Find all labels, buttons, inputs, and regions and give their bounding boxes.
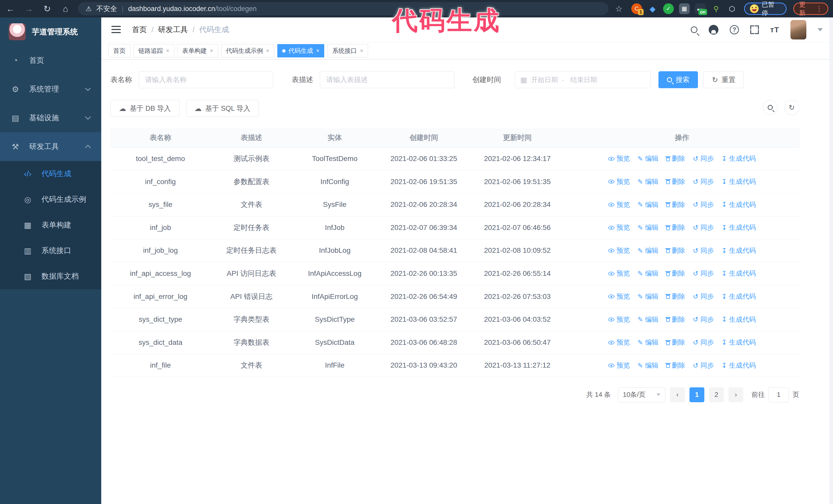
sidebar-item-infrastructure[interactable]: ▤基础设施 [0,103,101,132]
edit-link[interactable]: ✎编辑 [638,154,659,164]
table-name-input[interactable] [139,71,273,88]
search-button[interactable]: 搜索 [659,71,698,88]
breadcrumb-section[interactable]: 研发工具 [158,25,188,35]
sidebar-subitem-codegen[interactable]: ‹/›代码生成 [0,161,101,187]
page-button-1[interactable]: 1 [689,387,704,402]
generate-code-link[interactable]: ↧生成代码 [721,223,756,233]
browser-forward-button[interactable]: → [23,3,35,15]
edit-link[interactable]: ✎编辑 [638,246,659,256]
browser-home-button[interactable]: ⌂ [60,3,72,15]
delete-link[interactable]: 删除 [666,200,685,210]
prev-page-button[interactable]: ‹ [670,387,685,402]
profile-paused-badge[interactable]: 已暂停 [744,3,787,15]
toggle-search-button[interactable] [763,100,778,115]
generate-code-link[interactable]: ↧生成代码 [721,315,756,325]
font-size-button[interactable]: ᴛT [770,25,779,34]
extension-icon-grid[interactable]: ▦ [679,3,690,14]
sync-link[interactable]: ↺同步 [693,200,714,210]
breadcrumb-home[interactable]: 首页 [132,25,147,35]
sidebar-subitem-codegen-example[interactable]: ◎代码生成示例 [0,187,101,212]
generate-code-link[interactable]: ↧生成代码 [721,246,756,256]
close-tab-icon[interactable]: × [360,47,363,54]
delete-link[interactable]: 删除 [666,177,685,187]
user-avatar[interactable] [790,20,806,40]
delete-link[interactable]: 删除 [666,246,685,256]
preview-link[interactable]: 预览 [608,223,630,233]
generate-code-link[interactable]: ↧生成代码 [721,338,756,347]
edit-link[interactable]: ✎编辑 [638,269,659,279]
browser-update-button[interactable]: 更新 ⋮ [793,3,828,15]
sync-link[interactable]: ↺同步 [693,223,714,233]
edit-link[interactable]: ✎编辑 [638,315,659,325]
tab-system-api[interactable]: 系统接口× [327,44,368,57]
table-desc-input[interactable] [320,71,454,88]
sidebar-item-home[interactable]: ◔首页 [0,46,101,75]
close-tab-icon[interactable]: × [210,47,213,54]
edit-link[interactable]: ✎编辑 [638,200,659,210]
sync-link[interactable]: ↺同步 [693,361,714,370]
close-tab-icon[interactable]: × [266,47,269,54]
fullscreen-button[interactable] [750,25,759,34]
edit-link[interactable]: ✎编辑 [638,292,659,302]
browser-address-bar[interactable]: ⚠ 不安全 | dashboard.yudao.iocoder.cn/tool/… [78,2,609,16]
delete-link[interactable]: 删除 [666,315,685,325]
sync-link[interactable]: ↺同步 [693,246,714,256]
delete-link[interactable]: 删除 [666,223,685,233]
scrollbar-track[interactable] [829,18,833,504]
page-button-2[interactable]: 2 [709,387,724,402]
delete-link[interactable]: 删除 [666,361,685,370]
extension-icon-green-check[interactable]: ✓ [663,3,674,14]
sync-link[interactable]: ↺同步 [693,338,714,347]
generate-code-link[interactable]: ↧生成代码 [721,292,756,302]
close-tab-icon[interactable]: × [316,47,319,54]
avatar-caret-icon[interactable] [818,28,823,31]
extension-icon-plugin[interactable]: ⚲ [711,3,721,14]
reset-button[interactable]: ↻ 重置 [704,71,744,88]
refresh-table-button[interactable]: ↻ [784,100,799,115]
browser-back-button[interactable]: ← [5,3,17,15]
extensions-puzzle-icon[interactable]: ⬡ [727,3,737,14]
sidebar-item-system-management[interactable]: ⚙系统管理 [0,75,101,103]
close-tab-icon[interactable]: × [166,47,169,54]
edit-link[interactable]: ✎编辑 [638,177,659,187]
import-db-button[interactable]: ☁ 基于 DB 导入 [111,100,180,117]
sidebar-logo[interactable]: 芋道管理系统 [0,18,101,46]
tab-home[interactable]: 首页 [109,44,130,57]
preview-link[interactable]: 预览 [608,292,630,302]
preview-link[interactable]: 预览 [608,338,630,347]
import-sql-button[interactable]: ☁ 基于 SQL 导入 [186,100,259,117]
extension-icon-gem[interactable]: ◆ [647,3,658,14]
sync-link[interactable]: ↺同步 [693,177,714,187]
sidebar-subitem-form-builder[interactable]: ▦表单构建 [0,212,101,238]
sync-link[interactable]: ↺同步 [693,292,714,302]
preview-link[interactable]: 预览 [608,246,630,256]
preview-link[interactable]: 预览 [608,361,630,370]
extension-icon-orange[interactable]: C1 [631,3,642,14]
preview-link[interactable]: 预览 [608,154,630,164]
delete-link[interactable]: 删除 [666,154,685,164]
edit-link[interactable]: ✎编辑 [638,223,659,233]
preview-link[interactable]: 预览 [608,177,630,187]
sync-link[interactable]: ↺同步 [693,154,714,164]
next-page-button[interactable]: › [729,387,743,402]
edit-link[interactable]: ✎编辑 [638,338,659,347]
edit-link[interactable]: ✎编辑 [638,361,659,370]
sidebar-collapse-toggle[interactable] [112,26,121,33]
bookmark-star-icon[interactable]: ☆ [615,4,623,14]
generate-code-link[interactable]: ↧生成代码 [721,177,756,187]
generate-code-link[interactable]: ↧生成代码 [721,200,756,210]
delete-link[interactable]: 删除 [666,338,685,347]
github-link[interactable] [709,25,718,34]
sidebar-subitem-db-document[interactable]: ▧数据库文档 [0,264,101,289]
generate-code-link[interactable]: ↧生成代码 [721,269,756,279]
tab-form-builder[interactable]: 表单构建× [177,44,218,57]
delete-link[interactable]: 删除 [666,292,685,302]
tab-trace[interactable]: 链路追踪× [134,44,174,57]
browser-menu-icon[interactable]: ⋮ [816,5,823,13]
help-button[interactable]: ? [730,25,739,34]
date-range-picker[interactable]: ▦ 开始日期 - 结束日期 [515,71,651,88]
sync-link[interactable]: ↺同步 [693,269,714,279]
sidebar-subitem-system-api[interactable]: ▥系统接口 [0,238,101,264]
extension-icon-dark[interactable]: ▬on [695,3,706,14]
preview-link[interactable]: 预览 [608,200,630,210]
